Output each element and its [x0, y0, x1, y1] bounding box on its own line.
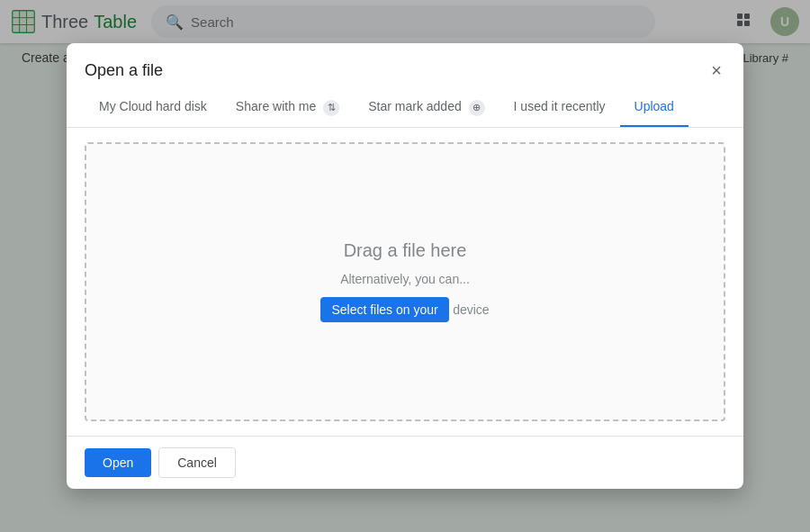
close-button[interactable]: ×	[707, 58, 725, 83]
cancel-button[interactable]: Cancel	[158, 447, 236, 478]
tab-upload[interactable]: Upload	[620, 90, 688, 127]
tab-star-mark-added-badge: ⊕	[469, 100, 485, 116]
drop-zone-select-row: Select files on your device	[320, 297, 489, 322]
tab-share-with-me-label: Share with me	[236, 99, 316, 113]
dialog-title: Open a file	[85, 61, 163, 80]
drop-zone-title: Drag a file here	[344, 240, 467, 261]
dialog-header: Open a file ×	[67, 43, 743, 90]
tab-i-used-recently[interactable]: I used it recently	[500, 90, 620, 127]
drop-zone-sub: Alternatively, you can...	[340, 272, 470, 286]
tab-i-used-recently-label: I used it recently	[514, 99, 606, 113]
select-files-button[interactable]: Select files on your	[320, 297, 448, 322]
open-button[interactable]: Open	[85, 448, 151, 477]
tab-my-cloud[interactable]: My Cloud hard disk	[85, 90, 221, 127]
modal-overlay: Open a file × My Cloud hard disk Share w…	[0, 0, 810, 532]
drop-zone-alternatively: Alternatively, you can...	[340, 272, 470, 286]
tab-star-mark-added[interactable]: Star mark added ⊕	[354, 90, 499, 127]
tab-my-cloud-label: My Cloud hard disk	[99, 99, 207, 113]
tab-upload-label: Upload	[634, 99, 674, 113]
tab-star-mark-added-label: Star mark added	[368, 99, 462, 113]
drop-zone[interactable]: Drag a file here Alternatively, you can.…	[85, 142, 725, 421]
tab-share-with-me-badge: ⇅	[323, 100, 339, 116]
dialog-tabs: My Cloud hard disk Share with me ⇅ Star …	[67, 90, 743, 128]
open-file-dialog: Open a file × My Cloud hard disk Share w…	[67, 43, 743, 489]
tab-share-with-me[interactable]: Share with me ⇅	[221, 90, 354, 127]
dialog-footer: Open Cancel	[67, 436, 743, 489]
drop-zone-device-label: device	[453, 302, 489, 317]
